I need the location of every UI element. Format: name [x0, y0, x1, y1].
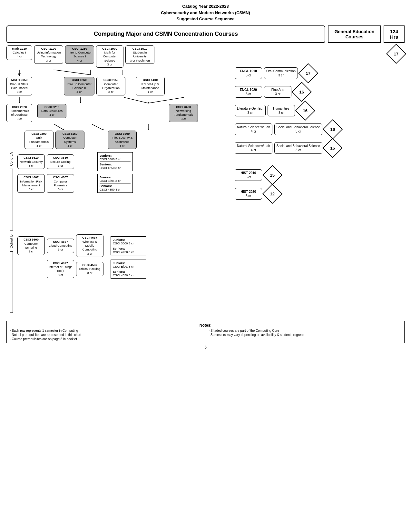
csci4657-code: CSCI 4657 [48, 240, 73, 244]
nat-sci2-name: Natural Science w/ Lab [237, 144, 270, 148]
social-sci2-cr: 3 cr [277, 148, 320, 152]
csci1900-box: CSCI 1900 Math for Computer Science 3 cr [96, 45, 123, 68]
cohort-b-bracket [8, 250, 15, 314]
diamond-16c: 16 [323, 119, 343, 139]
lit-gen-ed-cr: 3 cr [237, 111, 263, 115]
cohort-a-r1-sen-label: Seniors: [100, 163, 131, 166]
csci3500-box: CSCI 3500 Info. Security & Assurance 3 c… [108, 131, 137, 149]
sem-row-1: Math 1910 Calculus I 4 cr CSCI 1100 Usin… [6, 45, 232, 68]
cohort-b-label: Cohort B [9, 234, 13, 248]
cohort-b-row1: CSCI 3600 Computer Scripting 3 cr CSCI 4… [17, 234, 232, 257]
csci1250-cr: 4 cr [67, 59, 93, 63]
cohort-a-r2-sen-label: Seniors: [100, 184, 131, 188]
cohort-a-r1-jun-label: Juniors: [100, 154, 131, 157]
lit-gen-ed-name: Literature Gen Ed. [237, 106, 263, 111]
csci4657-name: Cloud Computing [48, 244, 73, 248]
cohort-a-row2-js: Juniors: CSCI Elec. 3 cr Seniors: CSCI 4… [97, 174, 133, 193]
notes-section: Notes: · Each row represents 1 semester … [6, 321, 405, 343]
csci2150-code: CSCI 2150 [98, 78, 124, 82]
csci4637-code: CSCI 4637 [78, 236, 102, 240]
cohort-a-r2-jun-label: Juniors: [100, 175, 131, 179]
csci3160-box: CSCI 3160 Computer Systems 4 cr [55, 131, 84, 149]
hist2010-box: HIST 2010 3 cr [235, 169, 262, 181]
csci1400-box: CSCI 1400 PC Set-Up & Maintenance 1 cr [136, 77, 165, 95]
computing-section: Math 1910 Calculus I 4 cr CSCI 1100 Usin… [6, 45, 232, 317]
oral-comm-name: Oral Communication [266, 69, 296, 73]
csci2150-name: Computer Organization [98, 82, 124, 90]
lit-gen-ed-box: Literature Gen Ed. 3 cr [235, 105, 266, 116]
diamond-16d-val: 16 [330, 145, 335, 150]
main-section-title: Computing Major and CSMN Concentration C… [94, 31, 238, 37]
note-right-1: · Shaded courses are part of the Computi… [209, 329, 401, 332]
csci1900-cr: 3 cr [98, 63, 122, 66]
svg-line-8 [124, 97, 148, 103]
csci3610-box: CSCI 3610 Secure Coding 3 cr [47, 154, 74, 169]
gen-ed-row3: Literature Gen Ed. 3 cr Humanities 3 cr … [235, 102, 405, 119]
sem-row-4: CSCI 2200 Unix Fundamentals 3 cr CSCI 31… [6, 131, 232, 149]
csci1260-cr: 4 cr [65, 90, 93, 94]
diamond-12-wrapper: 12 [264, 185, 281, 202]
csci4537-cr: 3 cr [78, 271, 102, 275]
csci1100-box: CSCI 1100 Using Information Technology 3… [34, 45, 63, 64]
cohort-a-bracket [8, 167, 15, 232]
csci4537-code: CSCI 4537 [78, 263, 102, 267]
cohort-a-r1-sen-val: CSCI 4250 3 cr [100, 166, 131, 170]
main-section-box: Computing Major and CSMN Concentration C… [6, 25, 325, 43]
csci1100-code: CSCI 1100 [36, 47, 62, 51]
csci4677-name: Internet of Things (IoT) [48, 265, 73, 273]
csci1260-code: CSCI 1260 [65, 78, 93, 82]
csci3400-name: Networking Fundamentals [171, 109, 196, 117]
cohort-a-section: Cohort A CSCI 3510 Network Security [6, 152, 232, 232]
diamond-12-val: 12 [270, 191, 275, 196]
diamond-15-wrapper: 15 [264, 167, 281, 183]
csci4637-cr: 3 cr [78, 252, 102, 256]
csci3510-code: CSCI 3510 [19, 156, 43, 160]
nat-sci1-name: Natural Science w/ Lab [237, 125, 270, 129]
csci3610-code: CSCI 3610 [48, 156, 73, 160]
header-line2: Cybersecurity and Modern Networks (CSMN) [6, 10, 405, 16]
cohort-b-r2-jun-val: CSCI Elec. 3 cr [113, 265, 144, 268]
diamond-16a-val: 16 [299, 89, 304, 94]
csci4637-box: CSCI 4637 Wireless & Mobile Computing 3 … [76, 234, 103, 257]
notes-title: Notes: [10, 323, 401, 328]
csci1900-code: CSCI 1900 [98, 47, 122, 51]
cohort-a-r2-sen-val: CSCI 4350 3 cr [100, 188, 131, 191]
cohort-b-row2: CSCI 4677 Internet of Things (IoT) 3 cr … [17, 260, 232, 279]
csci3510-box: CSCI 3510 Network Security 3 cr [17, 154, 45, 169]
cohort-a-row2: CSCI 4607 Information Risk Management 3 … [17, 174, 232, 193]
csci1250-code: CSCI 1250 [67, 47, 93, 51]
gen-ed-diamond-top: 17 [235, 45, 405, 62]
csci2020-name: Fundamentals of Database [8, 109, 31, 117]
math1910-cr: 4 cr [8, 54, 31, 58]
csci2210-name: Data Structures [39, 109, 65, 113]
diamond-16c-wrapper: 16 [324, 121, 341, 138]
csci4677-code: CSCI 4677 [48, 261, 73, 265]
math1910-box: Math 1910 Calculus I 4 cr [6, 45, 32, 60]
gen-ed-row7: HIST 2020 3 cr 12 [235, 185, 405, 202]
csci3160-cr: 4 cr [57, 144, 83, 148]
cohort-a-rows: CSCI 3510 Network Security 3 cr CSCI 361… [17, 152, 232, 232]
cohort-a-r2-jun-val: CSCI Elec. 3 cr [100, 179, 131, 182]
csci2210-code: CSCI 2210 [39, 105, 65, 109]
arrows-r1-r2 [6, 70, 232, 77]
notes-grid: · Each row represents 1 semester in Comp… [10, 329, 401, 341]
csci3160-name: Computer Systems [57, 136, 83, 144]
diamond-17: 17 [386, 44, 406, 64]
csci4657-box: CSCI 4657 Cloud Computing 3 cr [47, 239, 74, 253]
hist2010-cr: 3 cr [237, 175, 260, 179]
cohort-b-rows: CSCI 3600 Computer Scripting 3 cr CSCI 4… [17, 234, 232, 314]
humanities-name: Humanities [270, 106, 293, 111]
oral-comm-cr: 3 cr [266, 73, 296, 77]
note-left-3: · Course prerequisites are on page 8 in … [10, 337, 202, 341]
csci4677-box: CSCI 4677 Internet of Things (IoT) 3 cr [47, 260, 74, 278]
svg-line-11 [54, 124, 64, 130]
humanities-cr: 3 cr [270, 111, 293, 115]
header-line3: Suggested Course Sequence [6, 16, 405, 22]
social-sci1-box: Social and Behavioral Science 3 cr [274, 123, 322, 135]
fine-arts-cr: 3 cr [266, 92, 289, 96]
engl1010-name: ENGL 1010 [237, 69, 260, 73]
cohort-b-r2-sen-val: CSCI 4350 3 cr [113, 273, 144, 277]
csci1400-cr: 1 cr [137, 90, 163, 94]
nat-sci2-box: Natural Science w/ Lab 4 cr [235, 142, 272, 154]
diamond-17b-val: 17 [306, 71, 310, 75]
